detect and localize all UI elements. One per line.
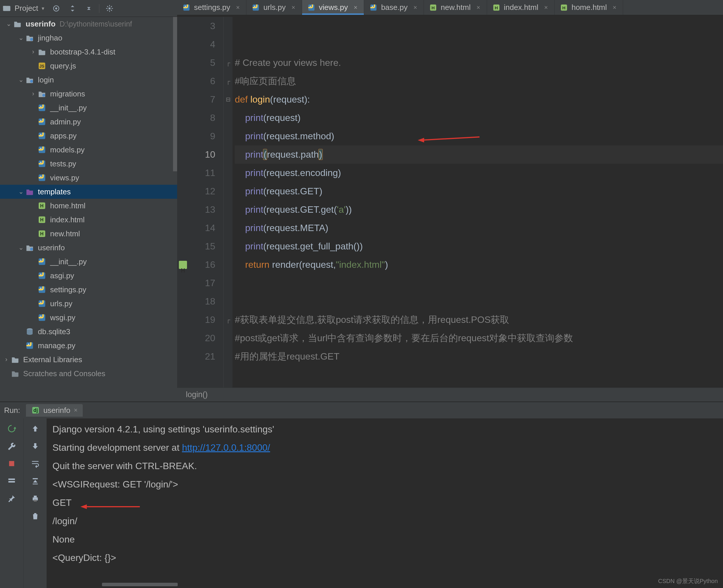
svg-marker-57 bbox=[418, 138, 424, 143]
py-icon bbox=[37, 117, 47, 126]
run-tab[interactable]: dj userinfo × bbox=[26, 404, 83, 417]
tree-node[interactable]: Hnew.html bbox=[0, 227, 177, 241]
tree-node[interactable]: ⌄userinfoD:\pythonitems\userinf bbox=[0, 17, 177, 31]
close-icon[interactable]: × bbox=[476, 4, 480, 12]
tab-home-html[interactable]: Hhome.html× bbox=[555, 0, 623, 15]
tab-views-py[interactable]: views.py× bbox=[302, 0, 364, 15]
chevron-icon[interactable]: ⌄ bbox=[17, 76, 25, 84]
py-icon bbox=[25, 341, 35, 350]
close-icon[interactable]: × bbox=[74, 406, 78, 414]
tree-node[interactable]: ⌄jinghao bbox=[0, 31, 177, 45]
svg-text:H: H bbox=[562, 5, 566, 10]
html-icon: H bbox=[37, 215, 47, 224]
tree-node[interactable]: JSquery.js bbox=[0, 59, 177, 73]
tree-node[interactable]: settings.py bbox=[0, 282, 177, 297]
dir-tpl-icon bbox=[25, 187, 35, 196]
tree-node[interactable]: admin.py bbox=[0, 115, 177, 129]
tree-node[interactable]: ›External Libraries bbox=[0, 353, 177, 366]
tab-base-py[interactable]: base.py× bbox=[364, 0, 424, 15]
tree-node[interactable]: Hindex.html bbox=[0, 213, 177, 227]
svg-text:H: H bbox=[40, 217, 44, 222]
tree-node[interactable]: urls.py bbox=[0, 297, 177, 311]
console-scrollbar[interactable] bbox=[102, 583, 178, 586]
svg-point-50 bbox=[40, 301, 41, 303]
tree-node[interactable]: asgi.py bbox=[0, 269, 177, 282]
py-icon bbox=[37, 103, 47, 112]
tree-node[interactable]: views.py bbox=[0, 171, 177, 185]
tab-settings-py[interactable]: settings.py× bbox=[177, 0, 247, 15]
chevron-icon[interactable]: ⌄ bbox=[17, 244, 25, 251]
svg-point-33 bbox=[40, 162, 41, 163]
tree-node[interactable]: __init__.py bbox=[0, 255, 177, 269]
tab-index-html[interactable]: Hindex.html× bbox=[487, 0, 555, 15]
print-icon[interactable] bbox=[28, 492, 42, 505]
chevron-icon[interactable]: › bbox=[29, 48, 37, 56]
tree-node[interactable]: ⌄login bbox=[0, 73, 177, 87]
scroll-end-icon[interactable] bbox=[28, 474, 42, 488]
run-label: Run: bbox=[4, 406, 20, 415]
svg-text:H: H bbox=[431, 5, 434, 10]
editor-gutter[interactable]: 3456789101112131415161718192021 bbox=[177, 17, 224, 387]
close-icon[interactable]: × bbox=[236, 4, 240, 12]
project-label: Project bbox=[15, 4, 38, 13]
close-icon[interactable]: × bbox=[544, 4, 548, 12]
settings-icon[interactable] bbox=[103, 2, 115, 15]
fold-strip[interactable]: ┌┌⊟┌ bbox=[224, 17, 232, 387]
tree-node[interactable]: db.sqlite3 bbox=[0, 324, 177, 339]
svg-point-8 bbox=[254, 5, 255, 6]
svg-point-23 bbox=[42, 94, 45, 97]
pin-icon[interactable] bbox=[5, 492, 18, 505]
svg-marker-67 bbox=[80, 504, 87, 509]
tree-node[interactable]: wsgi.py bbox=[0, 311, 177, 324]
tree-node[interactable]: ›migrations bbox=[0, 87, 177, 101]
chevron-icon[interactable]: ⌄ bbox=[17, 34, 25, 42]
close-icon[interactable]: × bbox=[354, 4, 357, 12]
locate-icon[interactable] bbox=[50, 2, 62, 15]
close-icon[interactable]: × bbox=[292, 4, 295, 12]
svg-rect-60 bbox=[9, 461, 14, 466]
tree-node[interactable]: ›bootstrap-3.4.1-dist bbox=[0, 45, 177, 59]
up-icon[interactable] bbox=[28, 422, 42, 435]
template-gutter-icon[interactable] bbox=[179, 261, 187, 269]
expand-all-icon[interactable] bbox=[66, 2, 79, 15]
py-icon bbox=[252, 3, 260, 12]
tree-node[interactable]: __init__.py bbox=[0, 101, 177, 115]
layout-icon[interactable] bbox=[5, 474, 18, 488]
tree-node[interactable]: tests.py bbox=[0, 157, 177, 171]
breadcrumb[interactable]: login() bbox=[177, 387, 723, 401]
collapse-all-icon[interactable] bbox=[83, 2, 95, 15]
tree-scrollbar[interactable] bbox=[173, 17, 177, 171]
svg-text:H: H bbox=[40, 203, 44, 208]
code-body[interactable]: # Create your views here.#响应页面信息def logi… bbox=[232, 17, 723, 387]
rerun-icon[interactable] bbox=[5, 422, 18, 435]
chevron-icon[interactable]: › bbox=[2, 356, 10, 363]
tree-node[interactable]: ⌄userinfo bbox=[0, 241, 177, 255]
tree-node[interactable]: Hhome.html bbox=[0, 199, 177, 213]
console-output[interactable]: Django version 4.2.1, using settings 'us… bbox=[47, 418, 723, 588]
down-icon[interactable] bbox=[28, 439, 42, 453]
tab-new-html[interactable]: Hnew.html× bbox=[424, 0, 487, 15]
close-icon[interactable]: × bbox=[613, 4, 616, 12]
arrow-annotation bbox=[416, 132, 482, 141]
svg-point-27 bbox=[40, 120, 41, 121]
tree-node[interactable]: manage.py bbox=[0, 339, 177, 353]
trash-icon[interactable] bbox=[28, 509, 42, 523]
svg-point-29 bbox=[40, 134, 41, 135]
wrench-icon[interactable] bbox=[5, 439, 18, 453]
project-dropdown[interactable]: Project ▾ bbox=[2, 4, 44, 13]
py-icon bbox=[37, 271, 47, 280]
stop-icon[interactable] bbox=[5, 457, 18, 470]
tree-node[interactable]: Scratches and Consoles bbox=[0, 366, 177, 380]
chevron-icon[interactable]: › bbox=[29, 90, 37, 98]
tree-node[interactable]: ⌄templates bbox=[0, 185, 177, 199]
dir-icon bbox=[13, 19, 22, 28]
py-icon bbox=[182, 3, 191, 12]
tree-node[interactable]: apps.py bbox=[0, 129, 177, 143]
tab-urls-py[interactable]: urls.py× bbox=[247, 0, 302, 15]
chevron-icon[interactable]: ⌄ bbox=[5, 20, 13, 28]
chevron-icon[interactable]: ⌄ bbox=[17, 188, 25, 195]
close-icon[interactable]: × bbox=[413, 4, 417, 12]
soft-wrap-icon[interactable] bbox=[28, 457, 42, 470]
py-icon bbox=[37, 285, 47, 294]
tree-node[interactable]: models.py bbox=[0, 143, 177, 157]
